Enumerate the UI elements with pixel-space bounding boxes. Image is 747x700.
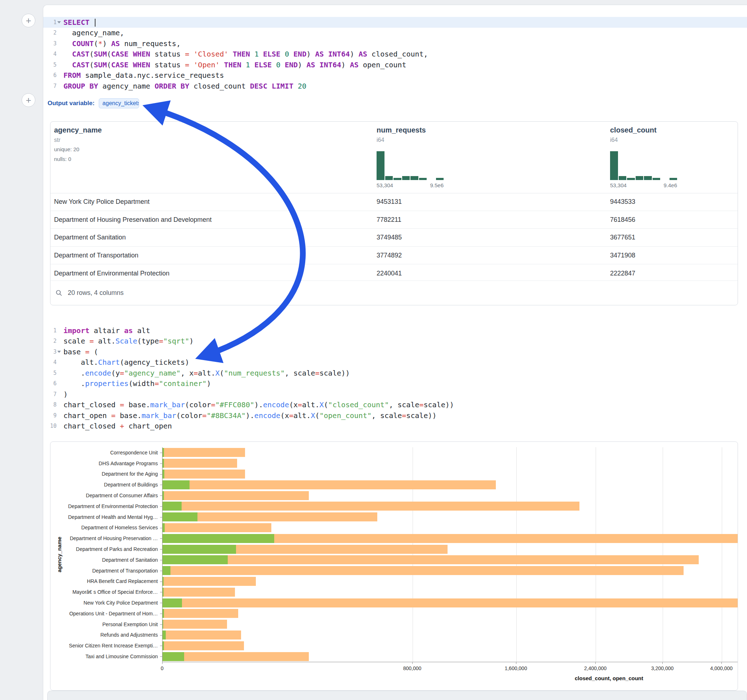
table-cell: 2222847 <box>610 269 635 277</box>
bar-open-count <box>163 652 184 661</box>
line-number: 1 <box>43 19 64 26</box>
x-tick-label: 800,000 <box>403 665 422 671</box>
table-cell: 9453131 <box>377 198 402 206</box>
chart-plot-area <box>162 447 738 662</box>
y-tick <box>160 528 162 528</box>
table-cell: 2240041 <box>377 269 402 277</box>
row-count-label: 20 rows, 4 columns <box>68 289 124 297</box>
bar-closed-count <box>163 555 699 564</box>
table-row[interactable]: New York City Police Department945313194… <box>50 193 738 211</box>
code-line[interactable]: 10chart_closed + chart_open <box>43 421 747 432</box>
code-line[interactable]: 9chart_open = base.mark_bar(color="#8BC3… <box>43 410 747 421</box>
code-line[interactable]: 8chart_closed = base.mark_bar(color="#FF… <box>43 400 747 410</box>
code-line[interactable]: 5 CAST(SUM(CASE WHEN status = 'Open' THE… <box>43 59 747 70</box>
text-cursor <box>95 19 95 27</box>
x-tick-label: 1,600,000 <box>505 665 527 671</box>
python-editor[interactable]: 1import altair as alt2scale = alt.Scale(… <box>43 325 747 431</box>
bar-open-count <box>163 491 164 500</box>
bar-open-count <box>163 620 163 629</box>
line-number: 3 <box>43 348 64 355</box>
collapse-chevron-icon[interactable] <box>57 350 61 354</box>
code-line[interactable]: 3 COUNT(*) AS num_requests, <box>43 38 747 49</box>
plus-icon: + <box>26 15 31 26</box>
table-cell: 7782211 <box>377 216 401 223</box>
table-row[interactable]: Department of Sanitation37494853677651 <box>50 228 738 246</box>
add-cell-button-middle[interactable]: + <box>22 93 35 107</box>
table-header: agency_namestrunique: 20nulls: 0num_requ… <box>50 122 738 193</box>
code-line[interactable]: 2scale = alt.Scale(type="sqrt") <box>43 336 747 347</box>
x-tick-label: 4,000,000 <box>710 665 733 671</box>
code-line[interactable]: 6FROM sample_data.nyc.service_requests <box>43 70 747 81</box>
bar-open-count <box>163 631 166 640</box>
line-number: 2 <box>43 30 64 36</box>
table-row[interactable]: Department of Environmental Protection22… <box>50 264 738 282</box>
results-table: agency_namestrunique: 20nulls: 0num_requ… <box>50 121 738 305</box>
bar-closed-count <box>163 491 309 500</box>
code-line[interactable]: 3base = ( <box>43 346 747 357</box>
code-line[interactable]: 2 agency_name, <box>43 28 747 39</box>
column-header-num_requests[interactable]: num_requestsi6453,3049.5e6 <box>377 126 528 188</box>
bar-open-count <box>163 480 189 489</box>
y-tick <box>160 485 162 485</box>
column-header-agency_name[interactable]: agency_namestrunique: 20nulls: 0 <box>54 126 206 163</box>
bar-open-count <box>163 588 163 597</box>
column-meta: unique: 20 <box>54 146 206 153</box>
line-number: 1 <box>43 327 64 334</box>
line-number: 5 <box>43 370 64 376</box>
line-number: 6 <box>43 380 64 387</box>
y-tick <box>160 646 162 646</box>
y-axis-label: Correspondence Unit <box>50 447 159 458</box>
search-icon[interactable] <box>56 290 63 297</box>
bar-closed-count <box>163 609 238 618</box>
column-histogram <box>610 151 677 180</box>
x-tick <box>162 662 163 664</box>
gridline <box>596 447 596 662</box>
table-row[interactable]: Department of Housing Preservation and D… <box>50 211 738 229</box>
code-line[interactable]: 1import altair as alt <box>43 325 747 336</box>
output-variable-chip[interactable]: agency_tickets <box>99 98 139 109</box>
line-number: 4 <box>43 51 64 57</box>
y-tick <box>160 625 162 625</box>
y-axis-label: Department of Parks and Recreation <box>50 544 159 555</box>
y-axis-labels: Correspondence UnitDHS Advantage Program… <box>50 447 159 662</box>
bar-closed-count <box>163 502 579 511</box>
line-number: 10 <box>43 423 64 429</box>
collapse-chevron-icon[interactable] <box>57 20 61 24</box>
code-line[interactable]: 5 .encode(y="agency_name", x=alt.X("num_… <box>43 368 747 379</box>
bar-closed-count <box>163 599 738 608</box>
y-tick <box>160 506 162 507</box>
sql-editor[interactable]: 1SELECT 2 agency_name,3 COUNT(*) AS num_… <box>43 17 747 92</box>
bar-open-count <box>163 534 274 543</box>
code-line[interactable]: 7GROUP BY agency_name ORDER BY closed_co… <box>43 81 747 92</box>
collapsed-cell[interactable] <box>47 691 747 700</box>
code-line[interactable]: 1SELECT <box>43 17 747 28</box>
bar-open-count <box>163 555 228 564</box>
x-tick <box>662 662 663 664</box>
code-line[interactable]: 7) <box>43 389 747 400</box>
y-tick <box>160 571 162 571</box>
y-axis-label: Department of Sanitation <box>50 555 159 565</box>
bar-closed-count <box>163 566 683 575</box>
x-tick-label: 0 <box>161 665 163 671</box>
x-tick <box>412 662 413 664</box>
line-number: 3 <box>43 40 64 47</box>
bar-open-count <box>163 641 164 650</box>
gridline <box>516 447 517 662</box>
code-line[interactable]: 6 .properties(width="container") <box>43 379 747 389</box>
bar-open-count <box>163 545 236 554</box>
bar-closed-count <box>163 631 241 640</box>
table-cell: Department of Sanitation <box>54 234 126 241</box>
y-axis-label: Department of Consumer Affairs <box>50 490 159 501</box>
altair-chart: agency_name Correspondence UnitDHS Advan… <box>50 442 738 691</box>
table-row[interactable]: Department of Transportation377489234719… <box>50 246 738 264</box>
add-cell-button-top[interactable]: + <box>22 14 35 27</box>
table-cell: 3749485 <box>377 234 402 241</box>
code-line[interactable]: 4 CAST(SUM(CASE WHEN status = 'Closed' T… <box>43 49 747 60</box>
bar-closed-count <box>163 652 309 661</box>
column-header-closed_count[interactable]: closed_counti6453,3049.4e6 <box>610 126 738 188</box>
output-variable-label: Output variable: <box>48 100 94 107</box>
y-axis-label: Department of Health and Mental Hyg… <box>50 512 159 522</box>
code-line[interactable]: 4 alt.Chart(agency_tickets) <box>43 357 747 368</box>
x-tick-label: 3,200,000 <box>651 665 673 671</box>
y-axis-label: Department of Housing Preservation … <box>50 533 159 544</box>
